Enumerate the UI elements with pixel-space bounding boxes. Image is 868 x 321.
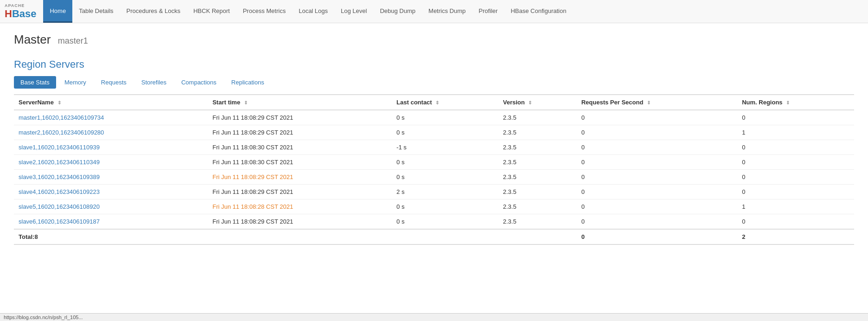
header-row: ServerName ⇕Start time ⇕Last contact ⇕Ve… [14,95,854,110]
sub-tab-base-stats[interactable]: Base Stats [14,76,56,89]
cell-version: 2.3.5 [498,140,577,155]
sort-icon: ⇕ [57,100,61,105]
cell-version: 2.3.5 [498,155,577,170]
server-link[interactable]: slave6,16020,1623406109187 [19,218,100,225]
nav-item-log-level[interactable]: Log Level [334,0,373,23]
cell-start-time: Fri Jun 11 18:08:29 CST 2021 [208,185,392,199]
server-link[interactable]: slave4,16020,1623406109223 [19,188,100,195]
sub-tab-replications[interactable]: Replications [225,76,271,89]
cell-start-time: Fri Jun 11 18:08:29 CST 2021 [208,110,392,125]
cell-server: slave6,16020,1623406109187 [14,214,208,230]
table-row: slave2,16020,1623406110349Fri Jun 11 18:… [14,155,854,170]
region-servers-title: Region Servers [14,58,854,71]
cell-version: 2.3.5 [498,214,577,230]
cell-server: slave3,16020,1623406109389 [14,170,208,185]
nav-items: HomeTable DetailsProcedures & LocksHBCK … [43,0,573,23]
nav-item-hbase-configuration[interactable]: HBase Configuration [504,0,573,23]
nav-item-local-logs[interactable]: Local Logs [292,0,334,23]
cell-num-regions: 0 [737,140,854,155]
cell-start-time: Fri Jun 11 18:08:28 CST 2021 [208,199,392,214]
navbar: APACHE HBase HomeTable DetailsProcedures… [0,0,868,23]
cell-last-contact: 2 s [392,185,498,199]
col-header-server-name[interactable]: ServerName ⇕ [14,95,208,110]
cell-last-contact: 0 s [392,110,498,125]
sub-tab-storefiles[interactable]: Storefiles [135,76,173,89]
cell-server: master1,16020,1623406109734 [14,110,208,125]
cell-version: 2.3.5 [498,125,577,140]
col-header-start-time[interactable]: Start time ⇕ [208,95,392,110]
nav-item-procedures-locks[interactable]: Procedures & Locks [120,0,187,23]
col-header-num-regions[interactable]: Num. Regions ⇕ [737,95,854,110]
logo-hbase-text: HBase [5,8,36,20]
cell-version: 2.3.5 [498,199,577,214]
cell-start-time: Fri Jun 11 18:08:29 CST 2021 [208,170,392,185]
server-link[interactable]: slave1,16020,1623406110939 [19,144,100,151]
cell-rps: 0 [577,140,737,155]
col-header-last-contact[interactable]: Last contact ⇕ [392,95,498,110]
nav-item-table-details[interactable]: Table Details [72,0,120,23]
cell-server: slave4,16020,1623406109223 [14,185,208,199]
cell-rps: 0 [577,199,737,214]
table-row: master1,16020,1623406109734Fri Jun 11 18… [14,110,854,125]
cell-rps: 0 [577,214,737,230]
table-row: slave3,16020,1623406109389Fri Jun 11 18:… [14,170,854,185]
main-content: Master master1 Region Servers Base Stats… [0,23,868,254]
nav-item-profiler[interactable]: Profiler [472,0,504,23]
cell-rps: 0 [577,170,737,185]
cell-rps: 0 [577,185,737,199]
table-header: ServerName ⇕Start time ⇕Last contact ⇕Ve… [14,95,854,110]
col-header-requests-per-second[interactable]: Requests Per Second ⇕ [577,95,737,110]
logo: APACHE HBase [5,3,36,20]
total-label: Total:8 [14,229,208,244]
nav-item-metrics-dump[interactable]: Metrics Dump [422,0,472,23]
page-title-text: Master [14,32,51,46]
nav-item-home[interactable]: Home [43,0,72,23]
sub-tab-requests[interactable]: Requests [95,76,133,89]
cell-last-contact: 0 s [392,155,498,170]
sort-icon: ⇕ [435,100,439,105]
cell-num-regions: 0 [737,110,854,125]
cell-last-contact: 0 s [392,125,498,140]
total-empty-cell [392,229,498,244]
total-empty-cell [498,229,577,244]
page-title: Master master1 [14,32,854,47]
cell-start-time: Fri Jun 11 18:08:30 CST 2021 [208,140,392,155]
cell-rps: 0 [577,125,737,140]
sub-tab-compactions[interactable]: Compactions [175,76,223,89]
table-row: slave4,16020,1623406109223Fri Jun 11 18:… [14,185,854,199]
cell-version: 2.3.5 [498,185,577,199]
cell-version: 2.3.5 [498,170,577,185]
page-hostname: master1 [58,36,88,45]
table-body: master1,16020,1623406109734Fri Jun 11 18… [14,110,854,244]
table-row: slave6,16020,1623406109187Fri Jun 11 18:… [14,214,854,230]
sub-tabs: Base StatsMemoryRequestsStorefilesCompac… [14,76,854,89]
nav-item-debug-dump[interactable]: Debug Dump [373,0,422,23]
sort-icon: ⇕ [244,100,248,105]
server-link[interactable]: slave5,16020,1623406108920 [19,203,100,210]
col-header-version[interactable]: Version ⇕ [498,95,577,110]
cell-server: slave2,16020,1623406110349 [14,155,208,170]
cell-last-contact: -1 s [392,140,498,155]
logo-apache-text: APACHE [5,3,36,8]
cell-last-contact: 0 s [392,170,498,185]
cell-start-time: Fri Jun 11 18:08:29 CST 2021 [208,214,392,230]
nav-item-hbck-report[interactable]: HBCK Report [187,0,236,23]
cell-rps: 0 [577,155,737,170]
cell-version: 2.3.5 [498,110,577,125]
cell-num-regions: 0 [737,155,854,170]
cell-start-time: Fri Jun 11 18:08:29 CST 2021 [208,125,392,140]
cell-rps: 0 [577,110,737,125]
nav-item-process-metrics[interactable]: Process Metrics [236,0,292,23]
server-link[interactable]: master1,16020,1623406109734 [19,114,104,121]
cell-start-time: Fri Jun 11 18:08:30 CST 2021 [208,155,392,170]
table-row: master2,16020,1623406109280Fri Jun 11 18… [14,125,854,140]
table-row: slave5,16020,1623406108920Fri Jun 11 18:… [14,199,854,214]
server-link[interactable]: master2,16020,1623406109280 [19,129,104,136]
sort-icon: ⇕ [647,100,651,105]
total-rps: 0 [577,229,737,244]
cell-last-contact: 0 s [392,199,498,214]
sub-tab-memory[interactable]: Memory [58,76,93,89]
server-link[interactable]: slave2,16020,1623406110349 [19,159,100,166]
cell-num-regions: 0 [737,214,854,230]
server-link[interactable]: slave3,16020,1623406109389 [19,173,100,180]
